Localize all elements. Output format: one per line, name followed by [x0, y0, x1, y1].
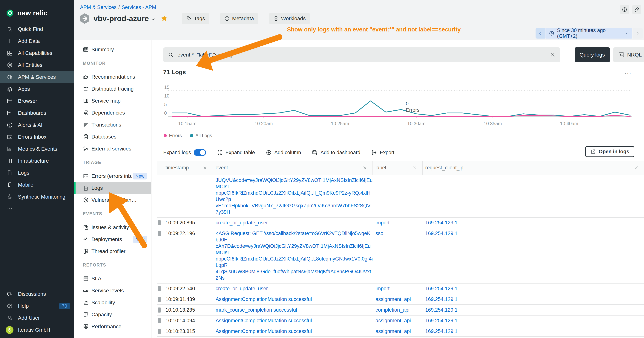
subnav-item-transactions[interactable]: Transactions	[74, 119, 151, 131]
event-link[interactable]: mark_course_completion successful	[216, 307, 373, 313]
event-link[interactable]: create_or_update_user	[216, 285, 373, 292]
column-header-request-client-ip[interactable]: request_client_ip	[422, 161, 644, 175]
table-row[interactable]: 10:09:22.540create_or_update_userimport1…	[157, 283, 644, 294]
favorite-star-icon[interactable]	[160, 15, 168, 22]
sidebar-item-add-user[interactable]: Add User	[0, 312, 74, 324]
ip-link[interactable]: 169.254.129.1	[425, 285, 644, 292]
event-link[interactable]: vE1moHpkhokTVBvguN7_72JtGzGsqxZpn2OaKc3n…	[216, 202, 373, 215]
ip-link[interactable]: 169.254.129.1	[425, 317, 644, 324]
sidebar-item-apps[interactable]: Apps	[0, 83, 74, 95]
clear-query-icon[interactable]	[550, 52, 556, 58]
legend-item-all-logs[interactable]: All Logs	[190, 133, 212, 138]
subnav-item-logs[interactable]: Logs	[74, 182, 151, 194]
label-link[interactable]: assignment_api	[376, 296, 422, 302]
subnav-item-thread-profiler[interactable]: Thread profiler	[74, 245, 151, 257]
table-row[interactable]: 10:10:35.305AssignmentCompletionMutation…	[157, 337, 644, 338]
ip-link[interactable]: 169.254.129.1	[425, 219, 644, 226]
event-link[interactable]: AssignmentCompletionMutation successful	[216, 296, 373, 302]
subnav-item-recommendations[interactable]: Recommendations	[74, 71, 151, 83]
time-picker[interactable]: Since 30 minutes ago (GMT+2)	[546, 28, 632, 39]
event-link[interactable]: nppcCI6IkRlZmxhdGUiLCJzZXIiOiIxLjAifQ..I…	[216, 190, 373, 202]
subnav-item-issues-activity[interactable]: Issues & activity	[74, 221, 151, 233]
add-to-dashboard-button[interactable]: Add to dashboard	[312, 150, 360, 156]
table-row[interactable]: 10:10:13.235mark_course_completion succe…	[157, 305, 644, 315]
label-link[interactable]: completion_api	[376, 307, 422, 313]
sidebar-item-add-data[interactable]: Add Data	[0, 35, 74, 47]
event-link[interactable]: nppcCI6IkRlZmxhdGUiLCJzZXIiOiIxLjAifQ..L…	[216, 256, 373, 268]
label-link[interactable]: import	[376, 285, 422, 292]
table-row[interactable]: 10:10:23.815AssignmentCompletionMutation…	[157, 326, 644, 337]
legend-item-errors[interactable]: Errors	[164, 133, 182, 138]
breadcrumb-apm-services[interactable]: APM & Services	[80, 5, 116, 10]
event-link[interactable]: 4LgSjsuUW8B0Mi8-Gdo_f6ofWhjpatNs9jaMs9qK…	[216, 268, 373, 281]
time-back-button[interactable]	[536, 28, 545, 39]
metadata-button[interactable]: Metadata	[220, 13, 258, 24]
ip-link[interactable]: 169.254.129.1	[425, 296, 644, 302]
sidebar-item-discussions[interactable]: Discussions	[0, 288, 74, 300]
ip-link[interactable]: 169.254.129.1	[425, 230, 644, 237]
tags-button[interactable]: Tags	[182, 13, 209, 24]
nrql-button[interactable]: NRQL	[613, 47, 644, 62]
table-row[interactable]: 10:09:20.895create_or_update_userimport1…	[157, 218, 644, 228]
column-header-label[interactable]: label	[373, 161, 422, 175]
remove-column-icon[interactable]	[634, 165, 639, 170]
subnav-item-scalability[interactable]: Scalability	[74, 297, 151, 309]
remove-column-icon[interactable]	[202, 165, 207, 170]
sidebar-item-quick-find[interactable]: Quick Find	[0, 23, 74, 35]
sidebar-item-dashboards[interactable]: Dashboards	[0, 107, 74, 119]
event-link[interactable]: cAh7D&code=eyJraWQiOiJjcGltY29yZV8wOTI1M…	[216, 243, 373, 256]
sidebar-item-mobile[interactable]: Mobile	[0, 179, 74, 191]
log-query-input[interactable]	[177, 52, 550, 58]
sidebar-item-infrastructure[interactable]: Infrastructure	[0, 155, 74, 167]
event-link[interactable]: AssignmentCompletionMutation successful	[216, 328, 373, 334]
ip-link[interactable]: 169.254.129.1	[425, 328, 644, 334]
remove-column-icon[interactable]	[412, 165, 417, 170]
sidebar-item-apm-services[interactable]: APM & Services	[0, 71, 74, 83]
table-row[interactable]: 10:09:22.196<ASGIRequest: GET '/sso/call…	[157, 228, 644, 283]
sidebar-item-ellipsis[interactable]	[0, 203, 74, 215]
column-header-event[interactable]: event	[213, 161, 373, 175]
subnav-item-deployments[interactable]: DeploymentsNew	[74, 233, 151, 245]
help-button[interactable]	[620, 5, 629, 14]
sidebar-item-errors-inbox[interactable]: Errors Inbox	[0, 131, 74, 143]
title-chevron-down-icon[interactable]	[151, 17, 156, 22]
subnav-item-summary[interactable]: Summary	[74, 44, 151, 56]
subnav-item-capacity[interactable]: Capacity	[74, 309, 151, 320]
column-header-timestamp[interactable]: timestamp	[157, 161, 213, 175]
subnav-item-sla[interactable]: SLA	[74, 273, 151, 285]
subnav-item-performance[interactable]: Performance	[74, 320, 151, 332]
workloads-button[interactable]: Workloads	[269, 13, 310, 24]
event-link[interactable]: create_or_update_user	[216, 219, 373, 226]
time-forward-button[interactable]	[632, 28, 643, 39]
breadcrumb-services-apm[interactable]: Services - APM	[122, 5, 156, 10]
sidebar-item-iterativ-gmbh[interactable]: Iterativ GmbH	[0, 324, 74, 336]
label-link[interactable]: sso	[376, 230, 422, 237]
query-logs-button[interactable]: Query logs	[575, 47, 610, 62]
sidebar-item-help[interactable]: Help70	[0, 300, 74, 312]
subnav-item-external-services[interactable]: External services	[74, 143, 151, 155]
table-row[interactable]: JUQVU&code=eyJraWQiOiJjcGltY29yZV8wOTI1M…	[157, 175, 644, 218]
add-column-button[interactable]: Add column	[266, 150, 301, 156]
event-link[interactable]: <ASGIRequest: GET '/sso/callback/?state=…	[216, 230, 373, 243]
table-row[interactable]: 10:10:14.094AssignmentCompletionMutation…	[157, 315, 644, 326]
sidebar-item-metrics-events[interactable]: Metrics & Events	[0, 143, 74, 155]
permalink-button[interactable]	[632, 5, 642, 14]
event-link[interactable]: JUQVU&code=eyJraWQiOiJjcGltY29yZV8wOTI1M…	[216, 177, 373, 190]
remove-column-icon[interactable]	[362, 165, 367, 170]
subnav-item-databases[interactable]: Databases	[74, 131, 151, 143]
table-row[interactable]: 10:09:31.439AssignmentCompletionMutation…	[157, 294, 644, 305]
subnav-item-service-levels[interactable]: Service levels	[74, 285, 151, 297]
sidebar-item-synthetic-monitoring[interactable]: Synthetic Monitoring	[0, 191, 74, 203]
open-in-logs-button[interactable]: Open in logs	[585, 146, 634, 157]
subnav-item-errors-errors-inb[interactable]: Errors (errors inb...New	[74, 170, 151, 182]
expand-logs-toggle[interactable]	[194, 149, 206, 156]
subnav-item-dependencies[interactable]: Dependencies	[74, 107, 151, 119]
sidebar-item-alerts-ai[interactable]: Alerts & AI	[0, 119, 74, 131]
label-link[interactable]: import	[376, 219, 422, 226]
expand-table-button[interactable]: Expand table	[217, 150, 255, 156]
subnav-item-vulnerability-management[interactable]: Vulnerability Management	[74, 194, 151, 206]
ip-link[interactable]: 169.254.129.1	[425, 307, 644, 313]
label-link[interactable]: assignment_api	[376, 317, 422, 324]
sidebar-item-browser[interactable]: Browser	[0, 95, 74, 107]
chart-options-menu[interactable]: ...	[624, 68, 632, 76]
